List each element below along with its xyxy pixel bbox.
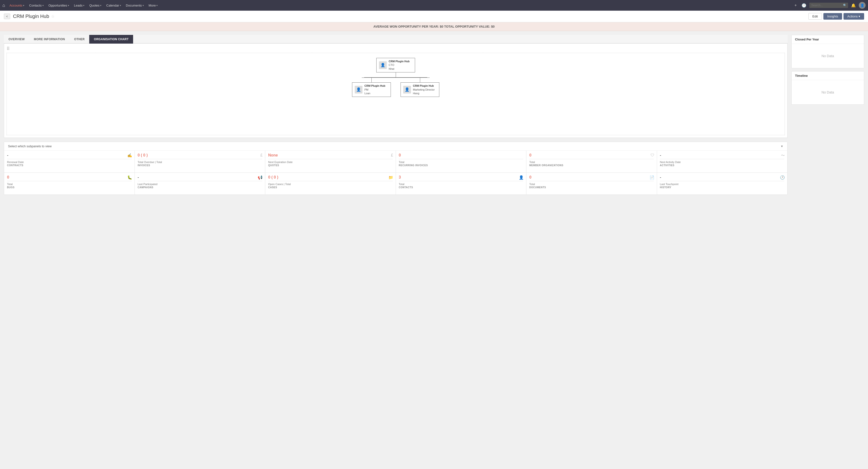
calendar-chevron-icon: ▾ (120, 4, 121, 7)
timeline-title: Timeline (792, 71, 864, 80)
org-child-right-connector (420, 77, 420, 82)
subpanels-toggle[interactable]: ▼ (780, 145, 783, 148)
subpanel-history[interactable]: 🕐 - Last Touchpoint HISTORY (657, 173, 787, 195)
recurring-invoices-value: 0 (399, 153, 524, 158)
closed-per-year-card: Closed Per Year No Data (792, 35, 864, 68)
recurring-invoices-label: Total (399, 161, 524, 164)
quotes-value: None (268, 153, 393, 158)
org-child-right-person: Hang (413, 92, 435, 95)
subpanel-campaigns[interactable]: 📢 - Last Participated CAMPAIGNS (135, 173, 265, 195)
nav-accounts[interactable]: Accounts ▾ (7, 3, 26, 8)
search-icon: 🔍 (843, 4, 847, 7)
tab-other[interactable]: OTHER (70, 35, 90, 44)
contacts-label: Total (399, 183, 524, 186)
campaigns-value: - (138, 175, 262, 179)
subpanel-cases[interactable]: 📁 0 ( 0 ) Open Cases | Total CASES (265, 173, 396, 195)
nav-leads[interactable]: Leads ▾ (72, 3, 86, 8)
org-child-left-company: CRM Plugin Hub (364, 84, 385, 88)
nav-documents[interactable]: Documents ▾ (124, 3, 146, 8)
org-chart-handle[interactable]: ⠿ (6, 46, 785, 52)
favorite-star-icon[interactable]: ☆ (51, 14, 55, 19)
more-chevron-icon: ▾ (156, 4, 158, 7)
campaigns-label: Last Participated (138, 183, 262, 186)
activities-icon: 〜 (781, 153, 785, 158)
edit-button[interactable]: Edit (808, 13, 822, 20)
activities-type: ACTIVITIES (660, 164, 784, 167)
documents-chevron-icon: ▾ (143, 4, 144, 7)
nav-opportunities[interactable]: Opportunities ▾ (46, 3, 71, 8)
bugs-label: Total (7, 183, 132, 186)
documents-type: DOCUMENTS (529, 186, 654, 189)
cases-icon: 📁 (389, 175, 393, 180)
campaigns-icon: 📢 (258, 175, 262, 180)
history-icon[interactable]: 🕐 (800, 2, 808, 9)
org-child-left-connector (371, 77, 372, 82)
back-button[interactable]: < (4, 13, 10, 19)
nav-quotes[interactable]: Quotes ▾ (87, 3, 103, 8)
org-tree: 👤 CRM Plugin Hub CTO Nhat (12, 58, 780, 97)
page-title: CRM Plugin Hub (13, 13, 49, 19)
avatar[interactable]: 👤 (859, 2, 866, 9)
subpanel-invoices[interactable]: £ 0 ( 0 ) Total Overdue | Total INVOICES (135, 151, 265, 172)
subpanel-quotes[interactable]: £ None Next Expiration Date QUOTES (265, 151, 396, 172)
opportunity-banner: AVERAGE WON OPPORTUNITY PER YEAR: $0 TOT… (0, 22, 868, 31)
org-child-left-node[interactable]: 👤 CRM Plugin Hub PM Loan (352, 82, 391, 97)
main-layout: OVERVIEW MORE INFORMATION OTHER ORGANISA… (0, 31, 868, 199)
contracts-icon: ✍ (127, 153, 132, 158)
nav-more[interactable]: More ▾ (147, 3, 160, 8)
home-icon[interactable]: ⌂ (2, 3, 5, 8)
tab-organisation-chart[interactable]: ORGANISATION CHART (89, 35, 133, 44)
org-root-node[interactable]: 👤 CRM Plugin Hub CTO Nhat (376, 58, 415, 72)
org-children-row: 👤 CRM Plugin Hub PM Loan (352, 77, 439, 97)
org-child-left-role: PM (364, 88, 385, 92)
bugs-icon: 🐛 (127, 175, 132, 180)
org-child-right-node[interactable]: 👤 CRM Plugin Hub Marketing Director Hang (401, 82, 439, 97)
recurring-invoices-type: RECURRING INVOICES (399, 164, 524, 167)
tab-bar: OVERVIEW MORE INFORMATION OTHER ORGANISA… (4, 35, 787, 44)
contacts-type: CONTACTS (399, 186, 524, 189)
subpanel-contacts[interactable]: 👤 3 Total CONTACTS (396, 173, 526, 195)
org-child-right-company: CRM Plugin Hub (413, 84, 435, 88)
subpanels-section: Select which subpanels to view ▼ ✍ - Ren… (4, 142, 787, 195)
subpanel-member-orgs[interactable]: 🛡 0 Total MEMBER ORGANIZATIONS (526, 151, 657, 172)
search-input[interactable] (809, 3, 848, 8)
insights-button[interactable]: Insights (824, 13, 842, 20)
quotes-icon: £ (391, 153, 393, 158)
subpanel-contracts[interactable]: ✍ - Renewal Date CONTRACTS (4, 151, 134, 172)
timeline-body: No Data (792, 80, 864, 104)
cases-value: 0 ( 0 ) (268, 175, 393, 179)
subpanel-recurring-invoices[interactable]: 0 Total RECURRING INVOICES (396, 151, 526, 172)
tab-more-information[interactable]: MORE INFORMATION (29, 35, 70, 44)
add-button[interactable]: + (793, 2, 799, 8)
invoices-type: INVOICES (138, 164, 262, 167)
invoices-icon: £ (260, 153, 262, 158)
quotes-type: QUOTES (268, 164, 393, 167)
org-child-left-avatar: 👤 (355, 86, 363, 94)
subpanel-documents[interactable]: 📄 0 Total DOCUMENTS (526, 173, 657, 195)
subpanels-header: Select which subpanels to view ▼ (4, 142, 787, 151)
nav-calendar[interactable]: Calendar ▾ (104, 3, 123, 8)
timeline-card: Timeline No Data (792, 71, 864, 105)
page-header: < CRM Plugin Hub ☆ Edit Insights Actions… (0, 11, 868, 22)
quotes-chevron-icon: ▾ (100, 4, 101, 7)
activities-label: Next Activity Date (660, 161, 784, 164)
invoices-value: 0 ( 0 ) (138, 153, 262, 158)
tab-overview[interactable]: OVERVIEW (4, 35, 29, 44)
documents-label: Total (529, 183, 654, 186)
leads-chevron-icon: ▾ (83, 4, 84, 7)
subpanels-title: Select which subpanels to view (8, 144, 52, 148)
org-child-right-role: Marketing Director (413, 88, 435, 92)
member-orgs-type: MEMBER ORGANIZATIONS (529, 164, 654, 167)
timeline-no-data: No Data (822, 90, 834, 94)
member-orgs-label: Total (529, 161, 654, 164)
subpanel-activities[interactable]: 〜 - Next Activity Date ACTIVITIES (657, 151, 787, 172)
documents-subpanel-icon: 📄 (650, 175, 654, 180)
subpanel-bugs[interactable]: 🐛 0 Total BUGS (4, 173, 134, 195)
nav-contacts[interactable]: Contacts ▾ (27, 3, 45, 8)
opportunities-chevron-icon: ▾ (68, 4, 69, 7)
contracts-value: - (7, 153, 132, 158)
quotes-label: Next Expiration Date (268, 161, 393, 164)
org-root-role: CTO (389, 63, 409, 67)
notifications-icon[interactable]: 🔔 (849, 2, 858, 9)
actions-button[interactable]: Actions ▾ (843, 13, 864, 20)
